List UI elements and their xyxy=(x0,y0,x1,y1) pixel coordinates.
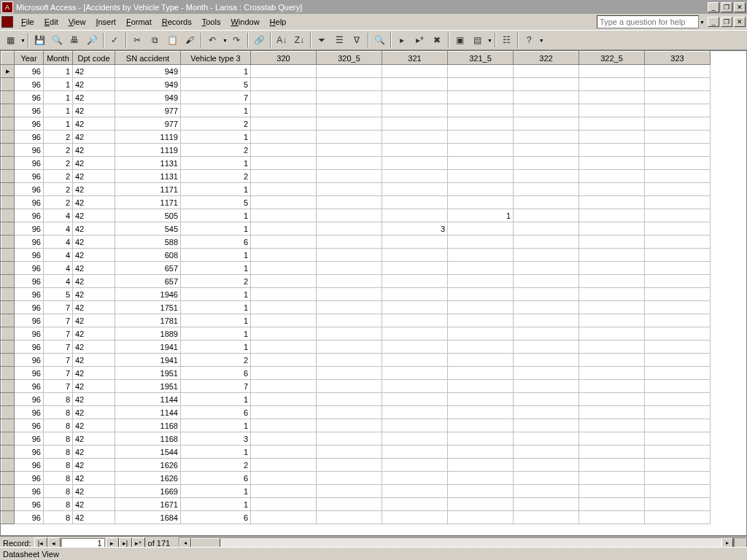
cell[interactable]: 1941 xyxy=(115,341,181,354)
table-row[interactable]: 9624211711 xyxy=(1,183,711,196)
cell[interactable] xyxy=(448,196,514,209)
cell[interactable] xyxy=(579,222,645,236)
cell[interactable]: 1626 xyxy=(115,472,181,485)
row-selector[interactable] xyxy=(1,157,15,170)
cell[interactable]: 96 xyxy=(15,104,44,117)
cell[interactable] xyxy=(514,275,579,288)
row-selector[interactable] xyxy=(1,393,15,406)
cell[interactable] xyxy=(514,406,579,419)
cell[interactable] xyxy=(579,485,645,498)
cell[interactable] xyxy=(317,117,382,131)
cell[interactable] xyxy=(317,157,382,170)
cell[interactable] xyxy=(317,419,382,432)
cell[interactable]: 949 xyxy=(115,91,181,104)
cell[interactable]: 1669 xyxy=(115,485,181,498)
cell[interactable]: 2 xyxy=(181,117,251,131)
cell[interactable]: 96 xyxy=(15,432,44,446)
cell[interactable]: 8 xyxy=(44,406,73,419)
cell[interactable] xyxy=(448,485,514,498)
cell[interactable] xyxy=(579,301,645,314)
cut-button[interactable]: ✂ xyxy=(129,32,146,48)
cell[interactable] xyxy=(579,275,645,288)
table-row[interactable]: 9684216846 xyxy=(1,511,711,524)
column-header[interactable]: 321_5 xyxy=(448,52,514,65)
cell[interactable]: 4 xyxy=(44,275,73,288)
row-selector[interactable] xyxy=(1,275,15,288)
cell[interactable] xyxy=(579,209,645,222)
cell[interactable] xyxy=(579,65,645,78)
help-dropdown-icon[interactable]: ▼ xyxy=(539,38,544,43)
cell[interactable] xyxy=(514,314,579,327)
cell[interactable] xyxy=(317,511,382,524)
cell[interactable]: 1 xyxy=(181,249,251,262)
cell[interactable]: 1751 xyxy=(115,301,181,314)
cell[interactable]: 7 xyxy=(181,380,251,393)
cell[interactable] xyxy=(514,498,579,511)
cell[interactable]: 977 xyxy=(115,104,181,117)
cell[interactable] xyxy=(382,341,448,354)
cell[interactable] xyxy=(645,170,711,183)
cell[interactable] xyxy=(514,196,579,209)
cell[interactable] xyxy=(251,380,317,393)
cell[interactable] xyxy=(579,380,645,393)
row-selector[interactable] xyxy=(1,78,15,91)
cell[interactable] xyxy=(579,367,645,380)
cell[interactable] xyxy=(579,446,645,459)
cell[interactable] xyxy=(382,446,448,459)
cell[interactable]: 96 xyxy=(15,170,44,183)
cell[interactable]: 1171 xyxy=(115,196,181,209)
cell[interactable]: 42 xyxy=(73,511,115,524)
format-button[interactable]: 🖌 xyxy=(182,32,198,48)
cell[interactable] xyxy=(251,314,317,327)
cell[interactable]: 5 xyxy=(181,196,251,209)
cell[interactable] xyxy=(251,209,317,222)
cell[interactable] xyxy=(645,498,711,511)
cell[interactable]: 2 xyxy=(181,275,251,288)
cell[interactable] xyxy=(448,275,514,288)
cell[interactable]: 4 xyxy=(44,262,73,275)
cell[interactable] xyxy=(317,432,382,446)
cell[interactable] xyxy=(448,354,514,367)
cell[interactable] xyxy=(579,354,645,367)
cell[interactable]: 42 xyxy=(73,144,115,157)
row-selector[interactable] xyxy=(1,183,15,196)
cell[interactable] xyxy=(514,301,579,314)
cell[interactable] xyxy=(317,91,382,104)
cell[interactable] xyxy=(448,104,514,117)
row-selector[interactable] xyxy=(1,327,15,341)
cell[interactable] xyxy=(645,91,711,104)
cell[interactable] xyxy=(382,485,448,498)
cell[interactable] xyxy=(579,170,645,183)
cell[interactable] xyxy=(645,393,711,406)
new-rec-button[interactable]: ▸* xyxy=(411,32,428,48)
cell[interactable] xyxy=(448,380,514,393)
cell[interactable]: 8 xyxy=(44,498,73,511)
cell[interactable] xyxy=(448,406,514,419)
cell[interactable] xyxy=(645,131,711,144)
cell[interactable] xyxy=(645,157,711,170)
cell[interactable]: 1 xyxy=(181,393,251,406)
cell[interactable] xyxy=(579,419,645,432)
cell[interactable]: 977 xyxy=(115,117,181,131)
cell[interactable] xyxy=(382,170,448,183)
cell[interactable]: 6 xyxy=(181,236,251,249)
cell[interactable] xyxy=(448,288,514,301)
cell[interactable]: 1 xyxy=(181,446,251,459)
mdi-close-button[interactable]: ✕ xyxy=(734,17,746,27)
cell[interactable]: 608 xyxy=(115,249,181,262)
cell[interactable]: 96 xyxy=(15,275,44,288)
cell[interactable] xyxy=(317,78,382,91)
row-selector[interactable] xyxy=(1,91,15,104)
cell[interactable] xyxy=(514,459,579,472)
table-row[interactable]: 9684211441 xyxy=(1,393,711,406)
cell[interactable] xyxy=(579,117,645,131)
cell[interactable]: 1 xyxy=(44,104,73,117)
cell[interactable]: 96 xyxy=(15,380,44,393)
cell[interactable] xyxy=(514,419,579,432)
cell[interactable]: 96 xyxy=(15,249,44,262)
cell[interactable]: 545 xyxy=(115,222,181,236)
table-row[interactable]: 9644250511 xyxy=(1,209,711,222)
cell[interactable]: 1 xyxy=(181,485,251,498)
cell[interactable] xyxy=(382,511,448,524)
cell[interactable] xyxy=(579,498,645,511)
